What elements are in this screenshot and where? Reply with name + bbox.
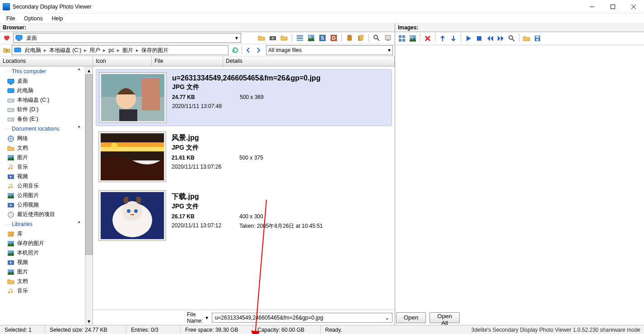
location-item[interactable]: 图片 [0,153,85,162]
collapse-icon[interactable]: ˄ [78,126,80,132]
location-item[interactable]: 图片 [0,267,85,277]
zoom-icon[interactable] [507,33,517,43]
breadcrumb-seg[interactable]: 用户 [88,47,102,54]
delete-icon[interactable] [423,33,433,43]
col-locations[interactable]: Locations [0,56,93,66]
col-file[interactable]: File [152,56,223,66]
folder2-icon[interactable] [279,33,289,43]
minimize-button[interactable] [582,0,602,14]
svg-rect-47 [101,147,164,151]
menu-bar: File Options Help [0,14,644,24]
breadcrumb-seg[interactable]: 本地磁盘 (C:) [47,47,83,54]
location-item[interactable]: 视频 [0,258,85,267]
scrollbar-thumb[interactable] [85,74,93,255]
location-item[interactable]: 网络 [0,134,85,143]
detail-d-icon[interactable]: D [329,33,339,43]
favorite-icon[interactable] [2,33,12,43]
menu-file[interactable]: File [2,14,19,23]
paste-icon[interactable] [345,33,355,43]
breadcrumb[interactable]: 此电脑 ▸ 本地磁盘 (C:) ▸ 用户 ▸ pc ▸ 图片 ▸ 保存的图片 [12,45,229,55]
sort-s-icon[interactable]: S [317,33,327,43]
nav-back-icon[interactable] [243,45,253,55]
nav-fwd-icon[interactable] [253,45,263,55]
locations-section[interactable]: Document locations˄ [0,124,85,134]
col-details[interactable]: Details [223,56,395,66]
refresh-icon[interactable] [230,45,240,55]
view-details-icon[interactable] [295,33,305,43]
filter-dropdown[interactable]: All image files ▾ [266,45,393,55]
col-icon[interactable]: Icon [93,56,152,66]
desktop-icon [7,78,14,85]
tool-dd-icon[interactable] [383,33,393,43]
location-item[interactable]: 公用图片 [0,191,85,200]
layout-grid-icon[interactable] [397,33,407,43]
layout-image-icon[interactable] [408,33,418,43]
menu-options[interactable]: Options [19,14,47,23]
location-item[interactable]: 文档 [0,277,85,286]
close-button[interactable] [623,0,644,14]
dup-paste-icon[interactable] [356,33,366,43]
location-item[interactable]: 视频 [0,172,85,181]
breadcrumb-seg[interactable]: pc [107,47,116,53]
location-item[interactable]: 保存的图片 [0,239,85,248]
location-label: 保存的图片 [17,240,44,247]
play-icon[interactable] [463,33,473,43]
menu-help[interactable]: Help [47,14,68,23]
location-item[interactable]: 音乐 [0,162,85,172]
address-value: 桌面 [24,34,233,42]
pic-icon [7,240,14,247]
drive-icon [7,116,14,123]
scroll-down-icon[interactable]: ▾ [85,317,93,325]
file-row[interactable]: 风景.jpg JPG 文件 21.61 KB500 x 375 2020/11/… [96,129,392,185]
save-icon[interactable] [532,33,542,43]
location-item[interactable]: 本地磁盘 (C:) [0,95,85,105]
camera-icon[interactable] [268,33,278,43]
location-item[interactable]: 软件 (D:) [0,105,85,114]
location-item[interactable]: 库 [0,229,85,239]
location-item[interactable]: 本机照片 [0,248,85,258]
location-item[interactable]: 文档 [0,143,85,153]
location-item[interactable]: 音乐 [0,286,85,296]
file-row[interactable]: 下载.jpg JPG 文件 26.17 KB400 x 300 2020/11/… [96,188,392,244]
forward-icon[interactable] [496,33,506,43]
location-item[interactable]: 最近使用的项目 [0,210,85,219]
open-button[interactable]: Open [396,312,426,323]
app-icon [3,3,10,10]
breadcrumb-seg[interactable]: 保存的图片 [140,47,170,54]
window-title: Secondary Display Photo Viewer [13,4,92,10]
open-img-icon[interactable] [522,33,532,43]
location-label: 图片 [17,154,28,161]
open-all-button[interactable]: Open All [429,312,460,323]
maximize-button[interactable] [602,0,623,14]
view-thumb-icon[interactable] [306,33,316,43]
svg-point-48 [111,143,117,149]
images-toolbar [395,32,644,45]
svg-point-62 [509,36,513,39]
move-down-icon[interactable] [448,33,458,43]
locations-scrollbar[interactable]: ▴ ▾ [85,66,93,325]
scroll-up-icon[interactable]: ▴ [85,66,93,74]
file-row[interactable]: u=2631334549,246605465&fm=26&gp=0.jpg JP… [96,69,392,126]
location-item[interactable]: 公用视频 [0,200,85,210]
column-headers: Locations Icon File Details [0,56,395,66]
rewind-icon[interactable] [485,33,495,43]
location-label: 视频 [17,173,28,180]
location-item[interactable]: 公用音乐 [0,181,85,191]
breadcrumb-seg[interactable]: 此电脑 [23,47,43,54]
locations-section[interactable]: This computer˄ [0,66,85,76]
stop-icon[interactable] [474,33,484,43]
locations-section[interactable]: Libraries˄ [0,219,85,229]
collapse-icon[interactable]: ˄ [78,221,80,227]
svg-rect-6 [297,38,303,39]
location-item[interactable]: 此电脑 [0,86,85,95]
breadcrumb-seg[interactable]: 图片 [121,47,135,54]
collapse-icon[interactable]: ˄ [78,68,80,75]
file-name-dropdown[interactable]: u=2631334549,246605465&fm=26&gp=0.jpg ⌄ [212,313,392,323]
location-item[interactable]: 备份 (E:) [0,114,85,124]
address-dropdown[interactable]: 桌面 ▾ [13,33,241,43]
move-up-icon[interactable] [438,33,448,43]
open-folder-icon[interactable] [257,33,266,43]
up-folder-icon[interactable] [2,45,12,55]
location-item[interactable]: 桌面 [0,76,85,86]
search-icon[interactable] [372,33,382,43]
